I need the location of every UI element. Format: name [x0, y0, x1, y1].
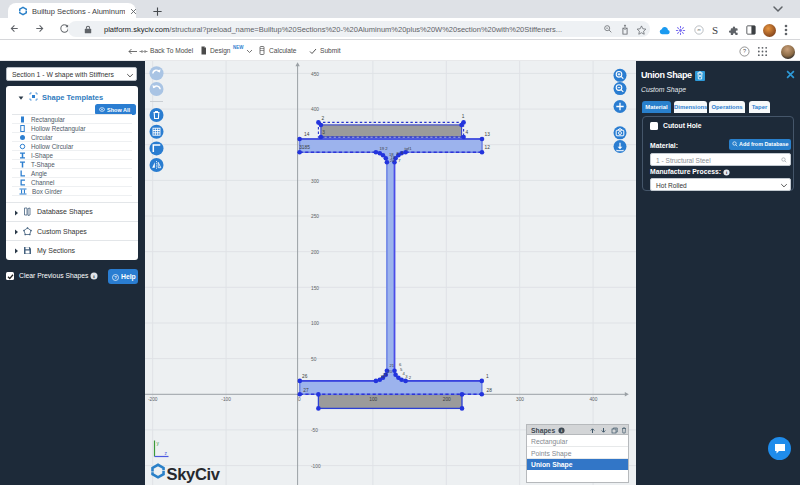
svg-text:400: 400: [589, 397, 597, 402]
svg-text:?: ?: [743, 48, 746, 54]
svg-text:27: 27: [303, 388, 309, 393]
svg-text:0: 0: [298, 397, 301, 402]
svg-text:26: 26: [302, 374, 308, 379]
svg-text:200: 200: [443, 397, 451, 402]
svg-text:450: 450: [311, 72, 319, 77]
svg-text:y: y: [157, 441, 160, 446]
svg-text:24: 24: [380, 374, 385, 379]
svg-text:14: 14: [304, 132, 310, 137]
svg-text:13: 13: [485, 132, 491, 137]
svg-text:20: 20: [388, 369, 393, 374]
svg-text:3185: 3185: [299, 145, 310, 150]
svg-text:m: m: [697, 28, 700, 32]
svg-text:20: 20: [390, 158, 395, 163]
svg-text:400: 400: [311, 107, 319, 112]
svg-text:300: 300: [311, 179, 319, 184]
svg-text:-50: -50: [311, 428, 318, 433]
svg-text:100: 100: [369, 397, 377, 402]
svg-text:100: 100: [311, 321, 319, 326]
svg-text:?: ?: [114, 275, 117, 280]
svg-text:12: 12: [485, 145, 491, 150]
svg-text:50: 50: [311, 357, 317, 362]
svg-text:-100: -100: [311, 464, 321, 469]
svg-text:150: 150: [311, 286, 319, 291]
svg-text:-200: -200: [148, 397, 158, 402]
svg-text:3: 3: [322, 130, 325, 135]
svg-text:300: 300: [516, 397, 524, 402]
svg-text:2: 2: [409, 375, 412, 380]
svg-text:SkyCiv: SkyCiv: [167, 465, 221, 483]
svg-text:21: 21: [390, 363, 395, 368]
svg-text:2: 2: [322, 116, 325, 121]
svg-text:tgf1: tgf1: [405, 146, 413, 151]
svg-text:4: 4: [466, 130, 469, 135]
svg-text:19 2: 19 2: [380, 146, 389, 151]
svg-text:1: 1: [462, 114, 465, 119]
svg-text:250: 250: [311, 214, 319, 219]
svg-text:28: 28: [487, 388, 493, 393]
svg-text:1: 1: [486, 374, 489, 379]
svg-text:200: 200: [311, 250, 319, 255]
svg-text:7: 7: [398, 158, 401, 163]
svg-text:-100: -100: [221, 397, 231, 402]
svg-text:z: z: [165, 451, 168, 456]
